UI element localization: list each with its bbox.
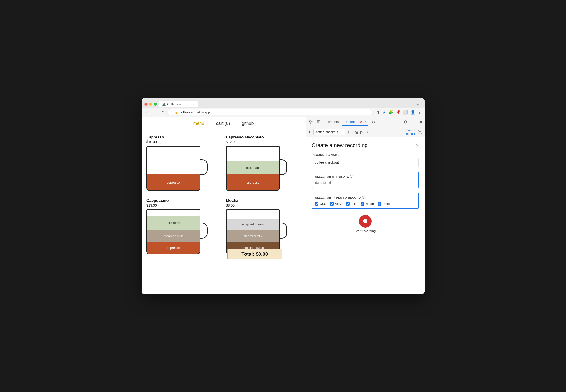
forward-button[interactable]: → — [152, 109, 158, 115]
devtools-panel: Elements Recorder 📌 × >> ⚙ ⋮ ✕ + coffee … — [306, 117, 424, 294]
profiles-icon[interactable]: ⬜ — [403, 110, 408, 114]
tab-recorder[interactable]: Recorder 📌 × — [342, 118, 368, 126]
new-tab-button[interactable]: + — [199, 100, 206, 108]
share-icon[interactable]: ⬆ — [377, 110, 380, 114]
add-recording-button[interactable]: + — [308, 129, 311, 135]
pin-icon[interactable]: 📌 — [396, 110, 400, 114]
recording-name-box[interactable]: coffee checkout ⌄ — [313, 129, 345, 135]
tab-close-icon[interactable]: × — [193, 102, 195, 105]
layer-espresso: espresso — [147, 174, 199, 190]
nav-menu[interactable]: menu — [193, 121, 204, 126]
checkbox-item-css[interactable]: CSS — [315, 202, 326, 206]
browser-window: Coffee cart × + ⌄ ← → ↻ 🔒 coffee-cart.ne… — [142, 98, 424, 294]
export-recording-button[interactable]: ↑ — [348, 130, 349, 134]
devtools-settings-button[interactable]: ⚙ — [404, 120, 407, 124]
devtools-close-button[interactable]: ✕ — [419, 120, 423, 124]
recorder-tab-close[interactable]: × — [364, 120, 366, 123]
mug: espresso steamed milk milk foam — [146, 209, 200, 254]
product-card-espresso: Espresso $10.00 espresso — [146, 135, 221, 194]
responsive-mode-button[interactable] — [316, 119, 321, 125]
mug-handle — [279, 159, 287, 175]
tab-title: Coffee cart — [167, 102, 183, 106]
mug-container[interactable]: espresso milk foam — [226, 146, 290, 194]
checkbox-label-text: Text — [351, 202, 357, 206]
mug: espresso milk foam — [226, 146, 280, 191]
recording-name-input[interactable] — [312, 158, 419, 167]
selector-types-box: SELECTOR TYPES TO RECORD ? CSSARIATextXP… — [312, 193, 419, 209]
checkbox-item-pierce[interactable]: Pierce — [378, 202, 391, 206]
start-recording-button[interactable] — [359, 215, 372, 228]
checkbox-item-aria[interactable]: ARIA — [330, 202, 342, 206]
more-icon[interactable]: ⋮ — [418, 110, 422, 114]
main-area: menu cart (0) github Espresso $10.00 esp… — [142, 117, 424, 294]
mug-container[interactable]: espresso steamed milk milk foam — [146, 209, 210, 257]
recording-name-text: coffee checkout — [316, 130, 338, 134]
help-icon[interactable]: ? — [418, 130, 422, 134]
mug-handle — [200, 223, 208, 238]
layer-whipped-cream: whipped cream — [227, 219, 279, 230]
checkbox-label-css: CSS — [320, 202, 326, 206]
recording-name-label: RECORDING NAME — [312, 154, 419, 156]
selector-attribute-box: SELECTOR ATTRIBUTE ? — [312, 171, 419, 188]
minimize-window-button[interactable] — [149, 102, 152, 106]
tab-elements[interactable]: Elements — [323, 118, 340, 126]
website-content: menu cart (0) github Espresso $10.00 esp… — [142, 117, 306, 294]
dialog-title: Create a new recording — [312, 142, 368, 149]
devtools-header: Elements Recorder 📌 × >> ⚙ ⋮ ✕ — [306, 117, 424, 127]
product-card-mocha: Mocha $8.00 chocolate syrup steamed milk… — [226, 198, 301, 258]
devtools-more-options-button[interactable]: ⋮ — [411, 119, 415, 125]
address-input[interactable]: 🔒 coffee-cart.netlify.app — [167, 109, 373, 115]
mug-container[interactable]: espresso — [146, 146, 210, 194]
checkbox-pierce[interactable] — [378, 202, 381, 206]
checkbox-aria[interactable] — [330, 202, 334, 206]
selector-types-help-icon[interactable]: ? — [362, 196, 365, 199]
product-card-cappuccino: Cappuccino $19.00 espresso steamed milk … — [146, 198, 221, 258]
layer-milk-foam: milk foam — [147, 216, 199, 230]
nav-cart[interactable]: cart (0) — [216, 121, 230, 126]
close-window-button[interactable] — [144, 102, 148, 106]
selector-attribute-help-icon[interactable]: ? — [350, 175, 353, 178]
traffic-lights — [144, 102, 157, 106]
mug-container[interactable]: chocolate syrup steamed milk whipped cre… — [226, 209, 290, 258]
dialog-title-row: Create a new recording × — [312, 142, 419, 149]
back-button[interactable]: ← — [144, 109, 150, 115]
recorder-toolbar-icons: ↑ ↓ 🗑 ▷ ↺ — [348, 130, 368, 134]
maximize-button[interactable]: ⌄ — [414, 101, 422, 107]
layer-espresso: espresso — [227, 174, 279, 190]
refresh-button[interactable]: ↻ — [160, 109, 165, 115]
tab-favicon-icon — [162, 102, 166, 106]
checkbox-item-xpath[interactable]: XPath — [361, 202, 374, 206]
nav-github[interactable]: github — [242, 121, 254, 126]
recorder-toolbar: + coffee checkout ⌄ ↑ ↓ 🗑 ▷ ↺ Sendfeedba… — [306, 127, 424, 138]
checkbox-label-aria: ARIA — [335, 202, 342, 206]
chevron-down-icon[interactable]: ⌄ — [340, 130, 342, 134]
mug: chocolate syrup steamed milk whipped cre… — [226, 209, 280, 254]
product-card-espresso-macchiato: Espresso Macchiato $12.00 espresso milk … — [226, 135, 301, 194]
send-feedback-link[interactable]: Sendfeedback — [404, 129, 416, 136]
browser-tab[interactable]: Coffee cart × — [159, 101, 198, 107]
maximize-window-button[interactable] — [154, 102, 157, 106]
checkbox-label-xpath: XPath — [365, 202, 374, 206]
checkbox-xpath[interactable] — [361, 202, 364, 206]
product-price: $19.00 — [146, 203, 221, 207]
play-recording-button[interactable]: ▷ — [360, 130, 363, 134]
checkbox-css[interactable] — [315, 202, 318, 206]
extensions-icon[interactable]: 🧩 — [388, 110, 393, 114]
rewind-recording-button[interactable]: ↺ — [365, 130, 368, 134]
checkbox-label-pierce: Pierce — [382, 202, 391, 206]
selector-attribute-input[interactable] — [315, 181, 415, 184]
checkbox-text[interactable] — [346, 202, 350, 206]
site-nav: menu cart (0) github — [142, 117, 306, 130]
product-name: Cappuccino — [146, 198, 221, 203]
dialog-close-button[interactable]: × — [416, 143, 419, 148]
bookmark-icon[interactable]: ★ — [382, 110, 386, 114]
inspect-element-button[interactable] — [308, 119, 314, 125]
import-recording-button[interactable]: ↓ — [351, 130, 353, 134]
products-grid: Espresso $10.00 espresso Espresso Macchi… — [142, 130, 306, 263]
start-recording-label: Start recording — [355, 229, 376, 233]
delete-recording-button[interactable]: 🗑 — [355, 130, 358, 134]
account-icon[interactable]: 👤 — [410, 110, 415, 114]
more-tabs-button[interactable]: >> — [370, 119, 377, 125]
checkbox-item-text[interactable]: Text — [346, 202, 357, 206]
product-price: $12.00 — [226, 140, 301, 144]
